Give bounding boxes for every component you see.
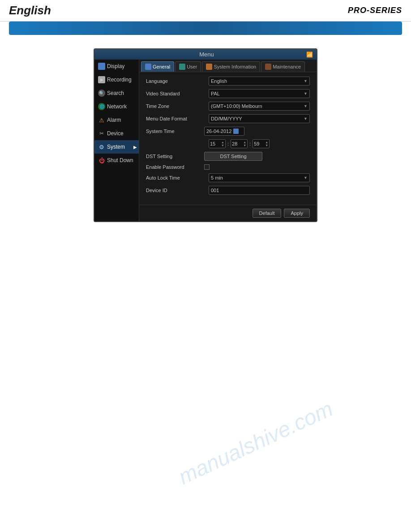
sidebar-label-recording: Recording	[107, 77, 132, 83]
content-area: Menu 📶 Display ▶ Recording 🔍 Search	[0, 35, 411, 504]
wifi-icon: 📶	[306, 51, 313, 58]
device-id-input[interactable]: 001	[209, 186, 310, 195]
time-zone-dropdown[interactable]: (GMT+10:00) Melbourn ▼	[209, 102, 310, 111]
hour-value: 15	[210, 141, 215, 146]
auto-lock-dropdown-arrow: ▼	[304, 176, 308, 180]
tab-general-label: General	[153, 64, 170, 69]
date-format-value: DD/MM/YYYY	[211, 116, 242, 121]
dvr-main: General User System Information Maintena…	[139, 60, 317, 221]
second-spinner[interactable]: 59 ▲▼	[253, 139, 270, 148]
recording-icon: ▶	[98, 76, 105, 83]
system-icon: ⚙	[98, 143, 105, 150]
page-title-english: English	[9, 4, 51, 17]
sidebar-item-recording[interactable]: ▶ Recording	[94, 73, 139, 86]
sidebar-item-device[interactable]: ✂ Device	[94, 127, 139, 140]
dst-button[interactable]: DST Setting	[204, 152, 262, 161]
language-value: English	[211, 78, 227, 84]
sidebar-item-shutdown[interactable]: ⏻ Shut Down	[94, 154, 139, 167]
sidebar-item-alarm[interactable]: ⚠ Alarm	[94, 113, 139, 127]
shutdown-icon: ⏻	[98, 157, 105, 164]
dvr-body: Display ▶ Recording 🔍 Search 🌐 Network ⚠…	[94, 60, 317, 221]
display-icon	[98, 63, 105, 70]
system-time-input[interactable]: 26-04-2012	[204, 127, 244, 136]
dst-row: DST Setting DST Setting	[146, 152, 310, 161]
device-id-row: Device ID 001	[146, 186, 310, 195]
enable-password-row: Enable Password	[146, 164, 310, 170]
sidebar-label-display: Display	[107, 63, 124, 69]
tab-sysinfo-label: System Information	[214, 64, 256, 69]
watermark: manualshive.com	[175, 396, 337, 489]
device-id-label: Device ID	[146, 188, 204, 193]
dvr-form: Language English ▼ Video Standard PAL ▼	[139, 72, 317, 203]
minute-arrows: ▲▼	[243, 141, 246, 147]
sidebar-label-shutdown: Shut Down	[107, 157, 133, 163]
language-label: Language	[146, 78, 204, 84]
auto-lock-label: Auto Lock Time	[146, 175, 204, 180]
tab-sysinfo[interactable]: System Information	[202, 61, 260, 72]
auto-lock-value: 5 min	[211, 175, 223, 180]
language-row: Language English ▼	[146, 77, 310, 86]
date-format-dropdown-arrow: ▼	[304, 116, 308, 121]
apply-button[interactable]: Apply	[284, 209, 310, 218]
page-title-proseries: PRO-SERIES	[348, 6, 402, 15]
dvr-footer: Default Apply	[139, 205, 317, 221]
default-button[interactable]: Default	[253, 209, 282, 218]
minute-value: 28	[232, 141, 237, 146]
sidebar-label-network: Network	[107, 103, 127, 110]
tab-general[interactable]: General	[141, 61, 174, 72]
sidebar-label-search: Search	[107, 90, 124, 96]
video-standard-dropdown[interactable]: PAL ▼	[209, 89, 310, 98]
video-standard-dropdown-arrow: ▼	[304, 91, 308, 96]
tab-maintenance[interactable]: Maintenance	[261, 61, 305, 72]
auto-lock-dropdown[interactable]: 5 min ▼	[209, 173, 310, 182]
time-spinners-row: 15 ▲▼ : 28 ▲▼ :	[146, 139, 310, 148]
date-format-label: Menu Date Format	[146, 116, 204, 121]
colon-2: :	[249, 141, 251, 146]
date-format-dropdown[interactable]: DD/MM/YYYY ▼	[209, 114, 310, 123]
language-dropdown-arrow: ▼	[304, 79, 308, 83]
search-icon: 🔍	[98, 90, 105, 97]
sidebar-item-search[interactable]: 🔍 Search	[94, 86, 139, 100]
time-zone-label: Time Zone	[146, 103, 204, 109]
tab-user[interactable]: User	[175, 61, 201, 72]
second-arrows: ▲▼	[265, 141, 268, 147]
second-value: 59	[254, 141, 259, 146]
date-format-row: Menu Date Format DD/MM/YYYY ▼	[146, 114, 310, 123]
sidebar-item-display[interactable]: Display	[94, 60, 139, 73]
system-time-date-value: 26-04-2012	[206, 129, 231, 134]
sidebar-label-system: System	[107, 144, 125, 150]
dvr-window: Menu 📶 Display ▶ Recording 🔍 Search	[94, 48, 317, 222]
sidebar-label-alarm: Alarm	[107, 117, 121, 123]
general-tab-icon	[145, 64, 151, 70]
sidebar-label-device: Device	[107, 130, 124, 137]
minute-spinner[interactable]: 28 ▲▼	[231, 139, 248, 148]
language-dropdown[interactable]: English ▼	[209, 77, 310, 86]
enable-password-checkbox[interactable]	[204, 164, 210, 170]
system-time-row: System Time 26-04-2012	[146, 127, 310, 136]
sidebar-arrow-icon: ▶	[133, 145, 137, 150]
blue-banner	[9, 21, 402, 35]
sysinfo-tab-icon	[206, 64, 212, 70]
sidebar-item-network[interactable]: 🌐 Network	[94, 100, 139, 113]
network-icon: 🌐	[98, 103, 105, 110]
time-zone-row: Time Zone (GMT+10:00) Melbourn ▼	[146, 102, 310, 111]
system-time-label: System Time	[146, 129, 204, 134]
hour-arrows: ▲▼	[221, 141, 224, 147]
auto-lock-row: Auto Lock Time 5 min ▼	[146, 173, 310, 182]
time-zone-dropdown-arrow: ▼	[304, 104, 308, 108]
user-tab-icon	[179, 64, 185, 70]
sidebar-item-system[interactable]: ⚙ System ▶	[94, 140, 139, 154]
enable-password-label: Enable Password	[146, 164, 204, 170]
tab-maintenance-label: Maintenance	[273, 64, 301, 69]
colon-1: :	[227, 141, 229, 146]
calendar-icon	[233, 129, 239, 134]
device-icon: ✂	[98, 130, 105, 137]
dst-button-label: DST Setting	[220, 154, 246, 159]
device-id-value: 001	[211, 188, 219, 193]
dvr-tabs: General User System Information Maintena…	[139, 60, 317, 72]
dvr-sidebar: Display ▶ Recording 🔍 Search 🌐 Network ⚠…	[94, 60, 139, 221]
hour-spinner[interactable]: 15 ▲▼	[209, 139, 226, 148]
time-zone-value: (GMT+10:00) Melbourn	[211, 103, 262, 109]
dst-label: DST Setting	[146, 154, 204, 159]
tab-user-label: User	[187, 64, 197, 69]
